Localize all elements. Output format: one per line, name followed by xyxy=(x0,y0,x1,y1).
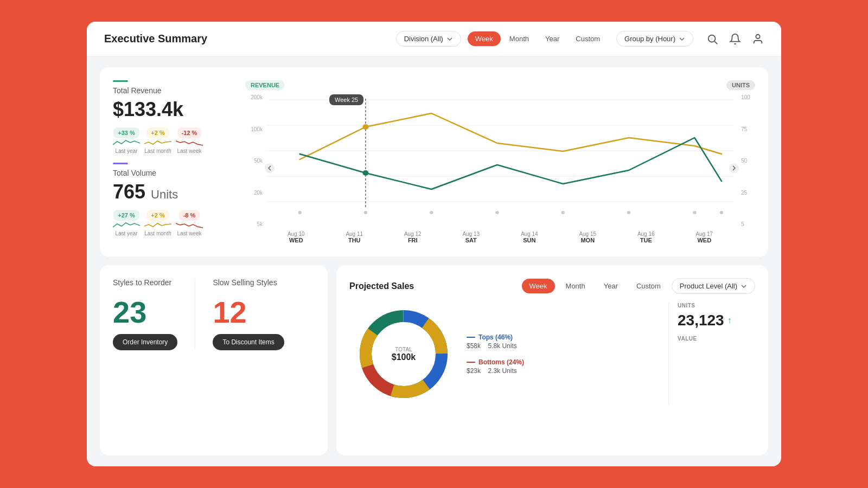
svg-point-0 xyxy=(709,35,716,42)
division-label: Division (All) xyxy=(404,35,443,43)
x-label-4: Aug 14SUN xyxy=(521,231,538,243)
main-content: Total Revenue $133.4k +33 % Last year +2… xyxy=(87,56,781,466)
chart-tooltip: Week 25 xyxy=(329,94,363,105)
proj-custom-btn[interactable]: Custom xyxy=(629,279,668,293)
units-chart-badge: UNITS xyxy=(726,80,755,90)
up-arrow-icon: ↑ xyxy=(727,316,732,325)
legend-tops-line: Tops (46%) xyxy=(467,333,660,341)
week-filter-btn[interactable]: Week xyxy=(468,31,501,46)
x-label-3: Aug 13SAT xyxy=(462,231,480,243)
legend-tops: Tops (46%) $58k 5.8k Units xyxy=(467,333,660,350)
group-by-select[interactable]: Group by (Hour) xyxy=(616,31,693,47)
revenue-badges: +33 % Last year +2 % Last month -12 % xyxy=(113,127,232,154)
proj-month-btn[interactable]: Month xyxy=(558,279,593,293)
bottoms-value: $23k 2.3k Units xyxy=(467,367,660,375)
bottoms-label: Bottoms (24%) xyxy=(478,358,524,366)
slow-title: Slow Selling Styles xyxy=(213,278,284,287)
projected-header: Projected Sales Week Month Year Custom P… xyxy=(349,278,755,294)
projected-controls: Week Month Year Custom Product Level (Al… xyxy=(522,278,755,294)
revenue-value: $133.4k xyxy=(113,98,232,121)
chart-next-btn[interactable] xyxy=(729,163,739,175)
user-icon[interactable] xyxy=(752,33,764,45)
volume-accent-bar xyxy=(113,163,128,164)
x-axis-labels: Aug 10WED Aug 11THU Aug 12FRI Aug 13SAT … xyxy=(245,231,755,243)
order-inventory-btn[interactable]: Order Inventory xyxy=(113,334,177,350)
division-select[interactable]: Division (All) xyxy=(396,31,461,47)
proj-week-btn[interactable]: Week xyxy=(522,279,555,293)
slow-value: 12 xyxy=(213,294,284,330)
svg-point-20 xyxy=(729,163,739,173)
volume-value: 765 Units xyxy=(113,181,232,203)
revenue-badge-lastmonth: +2 % Last month xyxy=(144,127,171,154)
projected-inner: TOTAL $100k Tops (46%) $58k xyxy=(349,303,755,406)
total-revenue-section: Total Revenue $133.4k +33 % Last year +2… xyxy=(113,80,232,154)
search-icon[interactable] xyxy=(706,33,718,45)
volume-badge-lastweek: -8 % Last week xyxy=(176,210,203,236)
svg-point-9 xyxy=(364,211,368,214)
styles-to-reorder: Styles to Reorder 23 Order Inventory xyxy=(113,278,177,350)
bottom-row: Styles to Reorder 23 Order Inventory Slo… xyxy=(100,265,768,455)
volume-label-lastyear: Last year xyxy=(115,230,137,236)
volume-badge-green: +27 % xyxy=(113,210,139,221)
volume-badge-lastmonth: +2 % Last month xyxy=(144,210,171,236)
y-axis-right: 1007550255 xyxy=(739,94,755,227)
legend-bottoms-line: Bottoms (24%) xyxy=(467,358,660,366)
chart-prev-btn[interactable] xyxy=(265,163,275,175)
reorder-title: Styles to Reorder xyxy=(113,278,177,287)
line-chart-svg xyxy=(245,94,755,230)
legend-items: Tops (46%) $58k 5.8k Units Bot xyxy=(467,303,660,406)
badge-label-lastmonth: Last month xyxy=(144,148,171,154)
revenue-card: Total Revenue $133.4k +33 % Last year +2… xyxy=(100,67,768,256)
chevron-down-icon xyxy=(679,36,685,42)
svg-point-17 xyxy=(362,124,368,130)
time-filter-group: Week Month Year Custom xyxy=(468,31,608,46)
x-label-5: Aug 15MON xyxy=(579,231,596,243)
value-panel-label: VALUE xyxy=(678,336,755,342)
donut-total-value: $100k xyxy=(392,352,416,362)
styles-inner: Styles to Reorder 23 Order Inventory Slo… xyxy=(113,278,315,350)
product-level-label: Product Level (All) xyxy=(680,282,737,290)
year-filter-btn[interactable]: Year xyxy=(538,31,567,46)
revenue-badge-lastyear: +33 % Last year xyxy=(113,127,140,154)
y-axis-left: 200k100k50k20k5k xyxy=(245,94,265,227)
page-title: Executive Summary xyxy=(104,33,207,45)
svg-point-2 xyxy=(756,34,760,38)
reorder-value: 23 xyxy=(113,294,177,330)
revenue-chart: REVENUE UNITS 200k100k50k20k5k 100755025… xyxy=(245,80,755,243)
svg-point-19 xyxy=(265,163,275,173)
revenue-badge-lastweek: -12 % Last week xyxy=(176,127,203,154)
projected-title: Projected Sales xyxy=(349,281,414,291)
product-level-select[interactable]: Product Level (All) xyxy=(672,278,755,294)
chevron-down-icon xyxy=(446,36,453,42)
header-icons xyxy=(706,33,764,45)
volume-label-lastweek: Last week xyxy=(177,230,201,236)
proj-year-btn[interactable]: Year xyxy=(596,279,626,293)
badge-label-lastyear: Last year xyxy=(115,148,137,154)
chevron-down-icon xyxy=(741,283,747,290)
group-by-label: Group by (Hour) xyxy=(624,35,675,43)
volume-badges: +27 % Last year +2 % Last month -8 % xyxy=(113,210,232,236)
revenue-title: Total Revenue xyxy=(113,86,232,95)
badge-label-lastweek: Last week xyxy=(177,148,201,154)
volume-label-lastmonth: Last month xyxy=(144,230,171,236)
svg-point-11 xyxy=(495,211,499,214)
slow-selling-styles: Slow Selling Styles 12 To Discount Items xyxy=(213,278,284,350)
svg-point-18 xyxy=(362,170,368,176)
total-volume-section: Total Volume 765 Units +27 % Last year +… xyxy=(113,163,232,236)
svg-point-10 xyxy=(430,211,433,214)
tops-label: Tops (46%) xyxy=(478,333,513,341)
month-filter-btn[interactable]: Month xyxy=(502,31,537,46)
header-controls: Division (All) Week Month Year Custom Gr… xyxy=(396,31,764,47)
donut-center-label: TOTAL $100k xyxy=(392,346,416,362)
donut-total-label: TOTAL xyxy=(392,346,416,352)
bell-icon[interactable] xyxy=(729,33,741,45)
styles-card: Styles to Reorder 23 Order Inventory Slo… xyxy=(100,265,328,455)
custom-filter-btn[interactable]: Custom xyxy=(568,31,608,46)
x-label-0: Aug 10WED xyxy=(288,231,305,243)
units-panel: UNITS 23,123 ↑ VALUE xyxy=(668,303,755,406)
svg-point-13 xyxy=(627,211,631,214)
tops-dash xyxy=(467,337,475,338)
revenue-badge-red: -12 % xyxy=(177,127,202,138)
discount-items-btn[interactable]: To Discount Items xyxy=(213,334,284,350)
x-label-1: Aug 11THU xyxy=(346,231,363,243)
